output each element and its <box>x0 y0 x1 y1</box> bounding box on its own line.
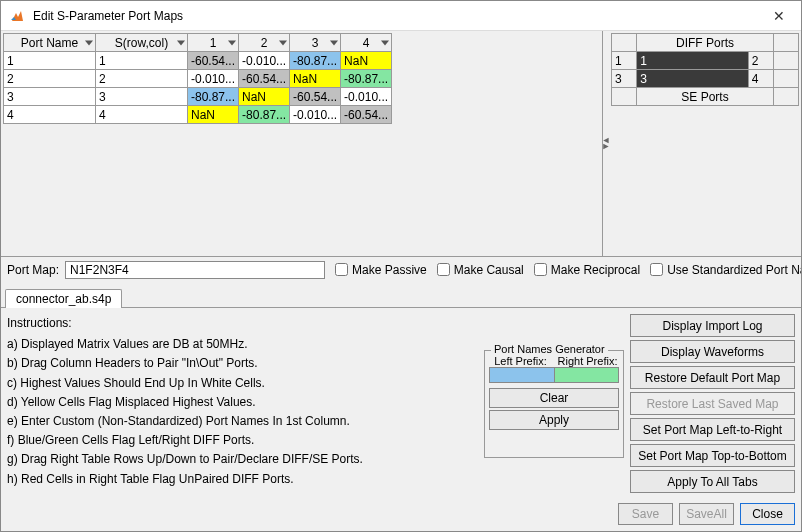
table-row[interactable]: 44NaN-80.87...-0.010...-60.54... <box>4 106 392 124</box>
main-col-header[interactable]: 2 <box>239 34 290 52</box>
display-waveforms-button[interactable]: Display Waveforms <box>630 340 795 363</box>
window-close-button[interactable]: ✕ <box>756 1 801 31</box>
save-button[interactable]: Save <box>618 503 673 525</box>
instruction-line: a) Displayed Matrix Values are DB at 50M… <box>7 335 478 354</box>
set-left-to-right-button[interactable]: Set Port Map Left-to-Right <box>630 418 795 441</box>
port-name-cell[interactable]: 3 <box>4 88 96 106</box>
apply-all-tabs-button[interactable]: Apply To All Tabs <box>630 470 795 493</box>
main-col-header[interactable]: 3 <box>290 34 341 52</box>
png-right-prefix-input[interactable] <box>554 367 620 383</box>
instruction-line: d) Yellow Cells Flag Misplaced Highest V… <box>7 393 478 412</box>
matlab-icon <box>9 8 25 24</box>
port-name-cell[interactable]: 2 <box>4 70 96 88</box>
instruction-line: b) Drag Column Headers to Pair "In\Out" … <box>7 354 478 373</box>
srowcol-cell[interactable]: 1 <box>96 52 188 70</box>
dropdown-icon[interactable] <box>177 40 185 45</box>
port-name-cell[interactable]: 4 <box>4 106 96 124</box>
make-passive-checkbox[interactable]: Make Passive <box>335 263 427 277</box>
png-legend: Port Names Generator <box>491 343 608 355</box>
png-left-prefix-input[interactable] <box>489 367 554 383</box>
matrix-cell[interactable]: -80.87... <box>290 52 341 70</box>
saveall-button[interactable]: SaveAll <box>679 503 734 525</box>
matrix-cell[interactable]: -80.87... <box>188 88 239 106</box>
use-std-names-checkbox[interactable]: Use Standardized Port Names <box>650 263 802 277</box>
png-apply-button[interactable]: Apply <box>489 410 619 430</box>
main-col-header[interactable]: 4 <box>341 34 392 52</box>
matrix-cell[interactable]: NaN <box>239 88 290 106</box>
instruction-line: h) Red Cells in Right Table Flag UnPaire… <box>7 470 478 489</box>
dropdown-icon[interactable] <box>85 40 93 45</box>
dropdown-icon[interactable] <box>381 40 389 45</box>
right-table-area: DIFF Ports 112 334 SE Ports <box>609 31 801 256</box>
matrix-cell[interactable]: -0.010... <box>188 70 239 88</box>
portmap-label: Port Map: <box>7 263 59 277</box>
dropdown-icon[interactable] <box>228 40 236 45</box>
diff-idx-cell: 1 <box>612 52 637 70</box>
titlebar: Edit S-Parameter Port Maps ✕ <box>1 1 801 31</box>
tab-row: connector_ab.s4p <box>1 287 801 308</box>
se-ports-header[interactable]: SE Ports <box>637 88 774 106</box>
matrix-cell[interactable]: NaN <box>290 70 341 88</box>
srowcol-cell[interactable]: 2 <box>96 70 188 88</box>
restore-default-button[interactable]: Restore Default Port Map <box>630 366 795 389</box>
srowcol-cell[interactable]: 3 <box>96 88 188 106</box>
restore-last-saved-button[interactable]: Restore Last Saved Map <box>630 392 795 415</box>
main-col-header[interactable]: Port Name <box>4 34 96 52</box>
matrix-cell[interactable]: -60.54... <box>341 106 392 124</box>
diff-row[interactable]: 334 <box>612 70 799 88</box>
instruction-line: e) Enter Custom (Non-Standardized) Port … <box>7 412 478 431</box>
main-col-header[interactable]: S(row,col) <box>96 34 188 52</box>
tables-area: Port NameS(row,col)123411-60.54...-0.010… <box>1 31 801 257</box>
dropdown-icon[interactable] <box>330 40 338 45</box>
matrix-cell[interactable]: -60.54... <box>290 88 341 106</box>
window-title: Edit S-Parameter Port Maps <box>33 9 756 23</box>
png-clear-button[interactable]: Clear <box>489 388 619 408</box>
action-buttons: Display Import Log Display Waveforms Res… <box>630 314 795 493</box>
diff-left-cell[interactable]: 1 <box>637 52 748 70</box>
matrix-cell[interactable]: -60.54... <box>188 52 239 70</box>
diff-right-cell[interactable]: 2 <box>748 52 773 70</box>
table-row[interactable]: 33-80.87...NaN-60.54...-0.010... <box>4 88 392 106</box>
matrix-cell[interactable]: -0.010... <box>341 88 392 106</box>
instruction-line: g) Drag Right Table Rows Up/Down to Pair… <box>7 450 478 469</box>
srowcol-cell[interactable]: 4 <box>96 106 188 124</box>
main-table[interactable]: Port NameS(row,col)123411-60.54...-0.010… <box>3 33 392 124</box>
matrix-cell[interactable]: -0.010... <box>290 106 341 124</box>
port-name-cell[interactable]: 1 <box>4 52 96 70</box>
footer: Save SaveAll Close <box>1 499 801 531</box>
matrix-cell[interactable]: -60.54... <box>239 70 290 88</box>
main-table-area: Port NameS(row,col)123411-60.54...-0.010… <box>1 31 603 256</box>
make-reciprocal-checkbox[interactable]: Make Reciprocal <box>534 263 640 277</box>
make-causal-checkbox[interactable]: Make Causal <box>437 263 524 277</box>
portmap-row: Port Map: Make Passive Make Causal Make … <box>1 257 801 287</box>
png-right-label: Right Prefix: <box>556 355 619 367</box>
instruction-line: f) Blue/Green Cells Flag Left/Right DIFF… <box>7 431 478 450</box>
png-left-label: Left Prefix: <box>489 355 552 367</box>
dropdown-icon[interactable] <box>279 40 287 45</box>
matrix-cell[interactable]: -0.010... <box>239 52 290 70</box>
bottom-area: Instructions: a) Displayed Matrix Values… <box>1 308 801 499</box>
matrix-cell[interactable]: NaN <box>341 52 392 70</box>
display-import-log-button[interactable]: Display Import Log <box>630 314 795 337</box>
instructions: Instructions: a) Displayed Matrix Values… <box>7 314 478 493</box>
table-row[interactable]: 11-60.54...-0.010...-80.87...NaN <box>4 52 392 70</box>
diff-se-table[interactable]: DIFF Ports 112 334 SE Ports <box>611 33 799 106</box>
diff-right-cell[interactable]: 4 <box>748 70 773 88</box>
set-top-to-bottom-button[interactable]: Set Port Map Top-to-Bottom <box>630 444 795 467</box>
tab-file[interactable]: connector_ab.s4p <box>5 289 122 308</box>
diff-ports-header[interactable]: DIFF Ports <box>637 34 774 52</box>
diff-idx-cell: 3 <box>612 70 637 88</box>
instruction-line: c) Highest Values Should End Up In White… <box>7 374 478 393</box>
port-names-generator: Port Names Generator Left Prefix: Right … <box>484 350 624 458</box>
matrix-cell[interactable]: -80.87... <box>341 70 392 88</box>
instructions-heading: Instructions: <box>7 314 478 333</box>
diff-row[interactable]: 112 <box>612 52 799 70</box>
table-row[interactable]: 22-0.010...-60.54...NaN-80.87... <box>4 70 392 88</box>
matrix-cell[interactable]: -80.87... <box>239 106 290 124</box>
close-button[interactable]: Close <box>740 503 795 525</box>
main-col-header[interactable]: 1 <box>188 34 239 52</box>
diff-left-cell[interactable]: 3 <box>637 70 748 88</box>
portmap-input[interactable] <box>65 261 325 279</box>
matrix-cell[interactable]: NaN <box>188 106 239 124</box>
